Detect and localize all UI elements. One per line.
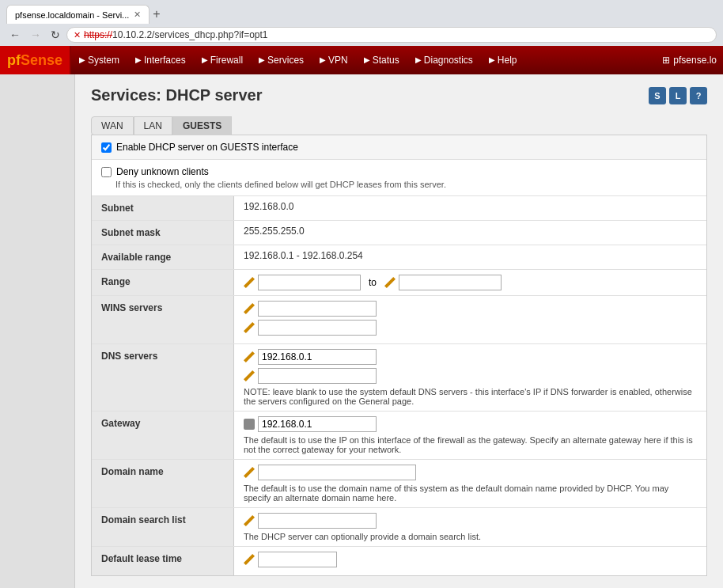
shortcut-icon[interactable]: S [649, 87, 666, 104]
gateway-icon [244, 419, 255, 430]
nav-status[interactable]: ▶ Status [356, 46, 407, 74]
pencil-icon [244, 515, 255, 526]
new-tab-button[interactable]: + [153, 7, 160, 21]
nav-menu: ▶ System ▶ Interfaces ▶ Firewall ▶ Servi… [71, 46, 662, 74]
gateway-input: The default is to use the IP on this int… [234, 412, 706, 459]
dns-input-2[interactable] [258, 368, 377, 384]
deny-unknown-row: Deny unknown clients If this is checked,… [92, 160, 706, 196]
forward-button[interactable]: → [27, 27, 44, 43]
domain-search-note: The DHCP server can optionally provide a… [244, 532, 697, 541]
domain-name-input-field[interactable] [258, 465, 416, 480]
subnet-label: Subnet [92, 196, 234, 220]
wins-field-1 [244, 301, 697, 317]
range-to-input[interactable]: 192.168.0.20 [399, 275, 502, 290]
log-icon[interactable]: L [669, 87, 687, 104]
available-range-row: Available range 192.168.0.1 - 192.168.0.… [92, 245, 706, 270]
range-row: Range 192.168.0.10 to 192.168.0.20 [92, 270, 706, 296]
wins-row: WINS servers [92, 296, 706, 344]
pfsense-logo: pfSense [0, 46, 71, 74]
deny-unknown-checkbox[interactable] [101, 167, 112, 177]
range-from-wrap: 192.168.0.10 [244, 275, 361, 290]
domain-name-note: The default is to use the domain name of… [244, 484, 697, 503]
dns-inputs: NOTE: leave blank to use the system defa… [234, 344, 706, 411]
dns-row: DNS servers NOTE: leave blank to use the… [92, 344, 706, 412]
nav-arrow-icon: ▶ [364, 46, 370, 74]
pencil-icon [244, 370, 255, 381]
back-button[interactable]: ← [6, 27, 24, 43]
domain-search-row: Domain search list The DHCP server can o… [92, 508, 706, 547]
pencil-icon [244, 554, 255, 565]
dhcp-form: Enable DHCP server on GUESTS interface D… [91, 135, 707, 576]
gateway-field [244, 416, 697, 432]
wins-input-2[interactable] [258, 320, 377, 336]
domain-search-input-field[interactable] [258, 513, 377, 529]
domain-name-field [244, 465, 697, 480]
available-range-value: 192.168.0.1 - 192.168.0.254 [234, 245, 706, 269]
nav-firewall[interactable]: ▶ Firewall [194, 46, 251, 74]
default-lease-input [234, 547, 706, 575]
enable-dhcp-label: Enable DHCP server on GUESTS interface [116, 142, 298, 153]
nav-diagnostics[interactable]: ▶ Diagnostics [407, 46, 481, 74]
url-display: https://10.10.2.2/services_dhcp.php?if=o… [84, 29, 268, 40]
tab-guests[interactable]: GUESTS [172, 116, 232, 135]
tab-lan[interactable]: LAN [134, 116, 172, 135]
nav-vpn[interactable]: ▶ VPN [312, 46, 356, 74]
pencil-icon [244, 322, 255, 333]
enable-dhcp-checkbox[interactable] [101, 142, 112, 153]
dns-input-1[interactable] [258, 349, 377, 365]
dns-label: DNS servers [92, 344, 234, 411]
range-to-word: to [365, 277, 380, 288]
content-area: Services: DHCP server S L ? WAN LAN GUES… [75, 74, 723, 588]
default-lease-input-field[interactable] [258, 552, 337, 567]
domain-name-label: Domain name [92, 460, 234, 507]
wins-input-1[interactable] [258, 301, 377, 317]
help-icon[interactable]: ? [690, 87, 707, 104]
security-lock-icon: ✕ [74, 30, 81, 40]
pencil-icon [244, 303, 255, 314]
sidebar [0, 74, 75, 588]
page-header: Services: DHCP server S L ? [91, 86, 707, 104]
default-lease-label: Default lease time [92, 547, 234, 575]
subnet-mask-value: 255.255.255.0 [234, 221, 706, 245]
pencil-icon [244, 351, 255, 362]
reload-button[interactable]: ↻ [47, 27, 63, 43]
domain-name-input: The default is to use the domain name of… [234, 460, 706, 507]
interface-tabs: WAN LAN GUESTS [91, 116, 707, 135]
main-navbar: pfSense ▶ System ▶ Interfaces ▶ Firewall… [0, 46, 723, 74]
subnet-value: 192.168.0.0 [234, 196, 706, 220]
subnet-mask-label: Subnet mask [92, 221, 234, 245]
gateway-row: Gateway The default is to use the IP on … [92, 412, 706, 460]
domain-search-label: Domain search list [92, 508, 234, 546]
range-to-wrap: 192.168.0.20 [384, 275, 502, 290]
nav-help[interactable]: ▶ Help [481, 46, 525, 74]
nav-arrow-icon: ▶ [320, 46, 326, 74]
range-label: Range [92, 270, 234, 295]
header-icons: S L ? [649, 87, 707, 104]
domain-search-field [244, 513, 697, 529]
nav-services[interactable]: ▶ Services [251, 46, 312, 74]
page-title: Services: DHCP server [91, 86, 262, 104]
address-bar[interactable]: ✕ https://10.10.2.2/services_dhcp.php?if… [66, 27, 717, 43]
deny-unknown-hint: If this is checked, only the clients def… [115, 180, 697, 189]
tab-close-button[interactable]: ✕ [134, 9, 141, 20]
enable-dhcp-row: Enable DHCP server on GUESTS interface [92, 135, 706, 160]
nav-system[interactable]: ▶ System [71, 46, 127, 74]
nav-arrow-icon: ▶ [259, 46, 265, 74]
gateway-note: The default is to use the IP on this int… [244, 435, 697, 454]
wins-inputs [234, 296, 706, 343]
dns-field-2 [244, 368, 697, 384]
dns-field-1 [244, 349, 697, 365]
default-lease-row: Default lease time [92, 547, 706, 575]
domain-search-input: The DHCP server can optionally provide a… [234, 508, 706, 546]
subnet-row: Subnet 192.168.0.0 [92, 196, 706, 221]
nav-arrow-icon: ▶ [489, 46, 495, 74]
nav-arrow-icon: ▶ [202, 46, 208, 74]
default-lease-field [244, 552, 697, 567]
range-from-input[interactable]: 192.168.0.10 [258, 275, 361, 290]
gateway-input-field[interactable] [258, 416, 377, 432]
nav-interfaces[interactable]: ▶ Interfaces [127, 46, 194, 74]
nav-arrow-icon: ▶ [415, 46, 422, 74]
dns-note: NOTE: leave blank to use the system defa… [244, 387, 697, 406]
tab-wan[interactable]: WAN [91, 116, 134, 135]
browser-tab[interactable]: pfsense.localdomain - Servi... ✕ [6, 5, 150, 24]
